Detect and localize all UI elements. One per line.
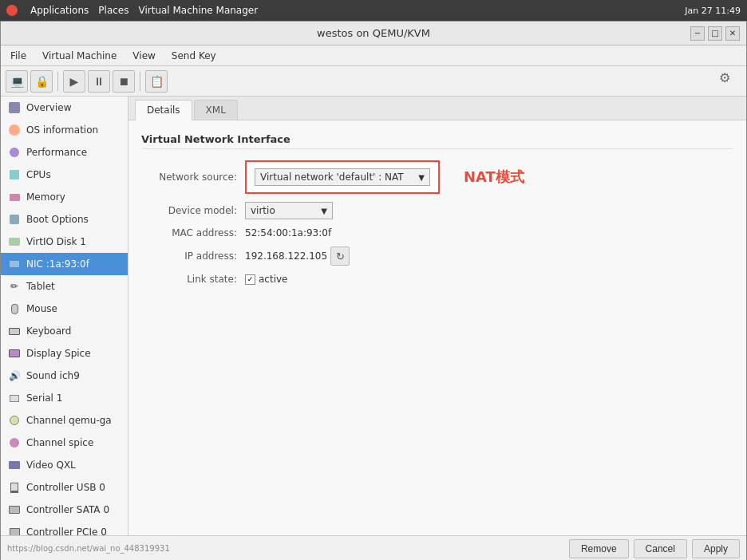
sidebar-label-memory: Memory	[26, 191, 65, 203]
sidebar-item-channel-spice[interactable]: Channel spice	[1, 432, 128, 454]
toolbar-separator2	[140, 72, 140, 91]
network-source-row: Network source: Virtual network 'default…	[141, 160, 733, 194]
run-button[interactable]: ▶	[63, 70, 85, 93]
sidebar: Overview OS information Performance CPUs…	[1, 97, 128, 535]
pause-button[interactable]: ⏸	[88, 70, 110, 93]
sidebar-label-os-info: OS information	[26, 124, 98, 136]
menu-file[interactable]: File	[4, 48, 33, 64]
tab-details[interactable]: Details	[135, 100, 192, 120]
ip-address-value: 192.168.122.105	[245, 250, 327, 262]
sidebar-item-controller-usb0[interactable]: Controller USB 0	[1, 476, 128, 499]
os-info-icon	[7, 123, 22, 137]
channel-spice-icon	[7, 436, 22, 450]
device-model-select[interactable]: virtio ▼	[245, 202, 333, 219]
sidebar-label-boot: Boot Options	[26, 214, 89, 225]
maximize-button[interactable]: □	[708, 26, 722, 41]
sidebar-label-sound: Sound ich9	[26, 370, 80, 381]
virtio-disk-icon	[7, 235, 22, 249]
sidebar-item-mouse[interactable]: Mouse	[1, 298, 128, 320]
remove-button[interactable]: Remove	[569, 539, 629, 558]
sidebar-item-cpus[interactable]: CPUs	[1, 164, 128, 186]
bottom-bar: https://blog.csdn.net/wai_no_448319931 R…	[1, 535, 746, 560]
sidebar-label-video: Video QXL	[26, 459, 76, 471]
sidebar-item-nic[interactable]: NIC :1a:93:0f	[1, 253, 128, 275]
sidebar-label-pcie: Controller PCIe 0	[26, 526, 107, 535]
sidebar-item-controller-pcie0[interactable]: Controller PCIe 0	[1, 521, 128, 535]
sidebar-label-virtio-disk: VirtIO Disk 1	[26, 236, 86, 247]
sata-icon	[7, 503, 22, 517]
cpu-icon	[7, 168, 22, 182]
keyboard-icon	[7, 324, 22, 338]
link-state-checkbox-row: ✓ active	[245, 274, 287, 285]
main-window: westos on QEMU/KVM − □ ✕ File Virtual Ma…	[0, 21, 747, 560]
window-controls: − □ ✕	[690, 26, 740, 41]
sidebar-item-memory[interactable]: Memory	[1, 186, 128, 208]
close-button[interactable]: ✕	[725, 26, 740, 41]
nic-icon	[7, 257, 22, 271]
network-source-box: Virtual network 'default' : NAT ▼	[245, 160, 440, 194]
window-title: westos on QEMU/KVM	[317, 27, 430, 39]
sidebar-label-keyboard: Keyboard	[26, 325, 71, 337]
panel-content: Virtual Network Interface Network source…	[128, 120, 746, 535]
action-buttons: Remove Cancel Apply	[569, 539, 740, 558]
toolbar-separator	[57, 72, 58, 91]
menu-virtual-machine[interactable]: Virtual Machine	[36, 48, 123, 64]
toolbar: 💻 🔒 ▶ ⏸ ⏹ 📋 ⚙	[1, 66, 746, 97]
minimize-button[interactable]: −	[690, 26, 705, 41]
sidebar-item-os-info[interactable]: OS information	[1, 119, 128, 141]
system-time: Jan 27 11:49	[685, 6, 741, 16]
sidebar-label-channel-spice: Channel spice	[26, 437, 93, 448]
places-menu[interactable]: Places	[98, 5, 128, 16]
title-bar: westos on QEMU/KVM − □ ✕	[1, 22, 746, 45]
sidebar-item-overview[interactable]: Overview	[1, 97, 128, 119]
device-model-value: virtio	[251, 205, 275, 216]
show-vm-button[interactable]: 💻	[6, 70, 28, 93]
sidebar-item-keyboard[interactable]: Keyboard	[1, 320, 128, 342]
sidebar-item-virtio-disk[interactable]: VirtIO Disk 1	[1, 231, 128, 253]
ip-address-label: IP address:	[141, 250, 245, 262]
clone-button[interactable]: 📋	[145, 70, 168, 93]
channel-qemu-icon	[7, 413, 22, 428]
tab-xml[interactable]: XML	[194, 100, 238, 120]
sidebar-item-display-spice[interactable]: Display Spice	[1, 342, 128, 365]
sidebar-item-controller-sata0[interactable]: Controller SATA 0	[1, 499, 128, 521]
sidebar-label-usb: Controller USB 0	[26, 482, 105, 493]
network-source-select[interactable]: Virtual network 'default' : NAT ▼	[255, 168, 430, 186]
sidebar-label-tablet: Tablet	[26, 281, 55, 292]
menu-send-key[interactable]: Send Key	[165, 48, 223, 64]
menu-view[interactable]: View	[126, 48, 161, 64]
mac-address-row: MAC address: 52:54:00:1a:93:0f	[141, 227, 733, 239]
network-source-label: Network source:	[141, 172, 245, 183]
menu-bar: File Virtual Machine View Send Key	[1, 45, 746, 66]
sidebar-label-mouse: Mouse	[26, 303, 57, 314]
link-state-value: active	[259, 274, 287, 285]
virt-manager-menu[interactable]: Virtual Machine Manager	[138, 5, 258, 16]
settings-button[interactable]: ⚙	[719, 70, 741, 93]
link-state-label: Link state:	[141, 274, 245, 285]
ip-refresh-button[interactable]: ↻	[330, 246, 350, 266]
display-icon	[7, 346, 22, 361]
mac-address-label: MAC address:	[141, 227, 245, 239]
sidebar-label-cpus: CPUs	[26, 169, 51, 180]
sidebar-item-boot-options[interactable]: Boot Options	[1, 208, 128, 231]
sidebar-label-nic: NIC :1a:93:0f	[26, 258, 89, 270]
sidebar-item-video-qxl[interactable]: Video QXL	[1, 454, 128, 476]
system-bar: Applications Places Virtual Machine Mana…	[0, 0, 747, 21]
snapshots-button[interactable]: 🔒	[30, 70, 53, 93]
sidebar-item-performance[interactable]: Performance	[1, 141, 128, 164]
applications-menu[interactable]: Applications	[30, 5, 89, 16]
sidebar-item-serial1[interactable]: Serial 1	[1, 387, 128, 409]
cancel-button[interactable]: Cancel	[634, 539, 687, 558]
sidebar-item-tablet[interactable]: ✏ Tablet	[1, 275, 128, 298]
sidebar-label-overview: Overview	[26, 102, 72, 113]
stop-button[interactable]: ⏹	[113, 70, 135, 93]
sidebar-label-serial: Serial 1	[26, 392, 62, 404]
sidebar-item-channel-qemu-ga[interactable]: Channel qemu-ga	[1, 409, 128, 432]
mac-address-value: 52:54:00:1a:93:0f	[245, 227, 331, 239]
link-state-checkbox[interactable]: ✓	[245, 274, 255, 285]
overview-icon	[7, 101, 22, 115]
device-model-arrow: ▼	[321, 207, 327, 215]
sidebar-label-channel-qemu: Channel qemu-ga	[26, 415, 112, 426]
apply-button[interactable]: Apply	[692, 539, 740, 558]
sidebar-item-sound-ich9[interactable]: 🔊 Sound ich9	[1, 365, 128, 387]
